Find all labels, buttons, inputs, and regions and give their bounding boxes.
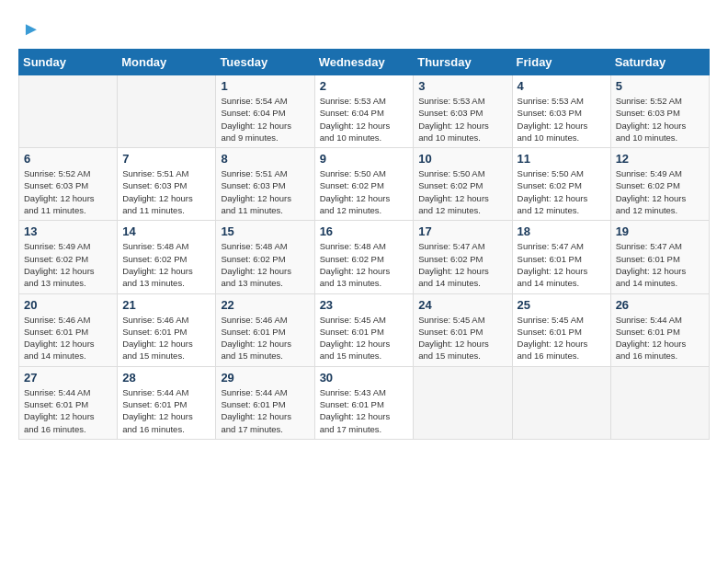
day-info: Sunrise: 5:44 AM Sunset: 6:01 PM Dayligh… bbox=[221, 386, 309, 435]
day-info: Sunrise: 5:48 AM Sunset: 6:02 PM Dayligh… bbox=[320, 240, 409, 289]
day-info: Sunrise: 5:47 AM Sunset: 6:02 PM Dayligh… bbox=[418, 240, 506, 289]
day-info: Sunrise: 5:43 AM Sunset: 6:01 PM Dayligh… bbox=[320, 386, 409, 435]
calendar-cell-week1-day7: 5Sunrise: 5:52 AM Sunset: 6:03 PM Daylig… bbox=[610, 75, 709, 148]
calendar-cell-week5-day5 bbox=[414, 366, 512, 439]
day-number: 15 bbox=[221, 224, 309, 238]
calendar-cell-week2-day7: 12Sunrise: 5:49 AM Sunset: 6:02 PM Dayli… bbox=[610, 148, 709, 221]
calendar-cell-week1-day5: 3Sunrise: 5:53 AM Sunset: 6:03 PM Daylig… bbox=[414, 75, 512, 148]
calendar-cell-week1-day1 bbox=[19, 75, 118, 148]
day-number: 17 bbox=[418, 224, 506, 238]
day-info: Sunrise: 5:54 AM Sunset: 6:04 PM Dayligh… bbox=[221, 95, 309, 144]
day-info: Sunrise: 5:44 AM Sunset: 6:01 PM Dayligh… bbox=[616, 314, 704, 362]
day-number: 26 bbox=[616, 298, 704, 312]
day-info: Sunrise: 5:53 AM Sunset: 6:04 PM Dayligh… bbox=[320, 95, 409, 144]
day-number: 21 bbox=[122, 298, 210, 312]
day-info: Sunrise: 5:48 AM Sunset: 6:02 PM Dayligh… bbox=[221, 240, 309, 289]
day-info: Sunrise: 5:51 AM Sunset: 6:03 PM Dayligh… bbox=[122, 167, 210, 216]
day-number: 28 bbox=[122, 371, 210, 385]
calendar-cell-week5-day7 bbox=[610, 366, 709, 439]
calendar-cell-week5-day4: 30Sunrise: 5:43 AM Sunset: 6:01 PM Dayli… bbox=[314, 366, 414, 439]
calendar-cell-week1-day6: 4Sunrise: 5:53 AM Sunset: 6:03 PM Daylig… bbox=[512, 75, 610, 148]
day-number: 19 bbox=[616, 224, 704, 238]
day-info: Sunrise: 5:46 AM Sunset: 6:01 PM Dayligh… bbox=[24, 314, 112, 362]
day-info: Sunrise: 5:47 AM Sunset: 6:01 PM Dayligh… bbox=[616, 240, 704, 289]
calendar-cell-week3-day4: 16Sunrise: 5:48 AM Sunset: 6:02 PM Dayli… bbox=[314, 221, 414, 293]
day-number: 24 bbox=[418, 298, 506, 312]
calendar-cell-week4-day5: 24Sunrise: 5:45 AM Sunset: 6:01 PM Dayli… bbox=[414, 293, 512, 366]
calendar-cell-week3-day2: 14Sunrise: 5:48 AM Sunset: 6:02 PM Dayli… bbox=[118, 221, 216, 293]
calendar-cell-week3-day5: 17Sunrise: 5:47 AM Sunset: 6:02 PM Dayli… bbox=[414, 221, 512, 293]
weekday-header-sunday: Sunday bbox=[19, 50, 118, 75]
day-info: Sunrise: 5:52 AM Sunset: 6:03 PM Dayligh… bbox=[616, 95, 704, 144]
day-number: 11 bbox=[518, 152, 606, 166]
calendar-cell-week5-day1: 27Sunrise: 5:44 AM Sunset: 6:01 PM Dayli… bbox=[19, 366, 118, 439]
day-info: Sunrise: 5:53 AM Sunset: 6:03 PM Dayligh… bbox=[418, 95, 506, 144]
day-info: Sunrise: 5:50 AM Sunset: 6:02 PM Dayligh… bbox=[320, 167, 409, 216]
day-number: 1 bbox=[221, 79, 309, 93]
day-info: Sunrise: 5:47 AM Sunset: 6:01 PM Dayligh… bbox=[518, 240, 606, 289]
weekday-header-saturday: Saturday bbox=[610, 50, 709, 75]
calendar-cell-week1-day4: 2Sunrise: 5:53 AM Sunset: 6:04 PM Daylig… bbox=[314, 75, 414, 148]
day-info: Sunrise: 5:51 AM Sunset: 6:03 PM Dayligh… bbox=[221, 167, 309, 216]
day-info: Sunrise: 5:49 AM Sunset: 6:02 PM Dayligh… bbox=[24, 240, 112, 289]
calendar-cell-week4-day7: 26Sunrise: 5:44 AM Sunset: 6:01 PM Dayli… bbox=[610, 293, 709, 366]
calendar-cell-week2-day6: 11Sunrise: 5:50 AM Sunset: 6:02 PM Dayli… bbox=[512, 148, 610, 221]
day-number: 27 bbox=[24, 371, 112, 385]
calendar-week-row-5: 27Sunrise: 5:44 AM Sunset: 6:01 PM Dayli… bbox=[19, 366, 710, 439]
day-info: Sunrise: 5:50 AM Sunset: 6:02 PM Dayligh… bbox=[418, 167, 506, 216]
day-number: 6 bbox=[24, 152, 112, 166]
calendar-cell-week4-day2: 21Sunrise: 5:46 AM Sunset: 6:01 PM Dayli… bbox=[118, 293, 216, 366]
calendar-week-row-3: 13Sunrise: 5:49 AM Sunset: 6:02 PM Dayli… bbox=[19, 221, 710, 293]
weekday-header-friday: Friday bbox=[512, 50, 610, 75]
day-number: 12 bbox=[616, 152, 704, 166]
logo: ► bbox=[18, 18, 40, 40]
day-info: Sunrise: 5:50 AM Sunset: 6:02 PM Dayligh… bbox=[518, 167, 606, 216]
calendar-cell-week4-day3: 22Sunrise: 5:46 AM Sunset: 6:01 PM Dayli… bbox=[216, 293, 314, 366]
calendar-cell-week1-day3: 1Sunrise: 5:54 AM Sunset: 6:04 PM Daylig… bbox=[216, 75, 314, 148]
day-info: Sunrise: 5:53 AM Sunset: 6:03 PM Dayligh… bbox=[518, 95, 606, 144]
calendar-week-row-1: 1Sunrise: 5:54 AM Sunset: 6:04 PM Daylig… bbox=[19, 75, 710, 148]
calendar-cell-week5-day6 bbox=[512, 366, 610, 439]
day-info: Sunrise: 5:45 AM Sunset: 6:01 PM Dayligh… bbox=[320, 314, 409, 362]
calendar-cell-week3-day1: 13Sunrise: 5:49 AM Sunset: 6:02 PM Dayli… bbox=[19, 221, 118, 293]
day-info: Sunrise: 5:45 AM Sunset: 6:01 PM Dayligh… bbox=[518, 314, 606, 362]
calendar-cell-week2-day1: 6Sunrise: 5:52 AM Sunset: 6:03 PM Daylig… bbox=[19, 148, 118, 221]
calendar-cell-week3-day3: 15Sunrise: 5:48 AM Sunset: 6:02 PM Dayli… bbox=[216, 221, 314, 293]
day-info: Sunrise: 5:46 AM Sunset: 6:01 PM Dayligh… bbox=[122, 314, 210, 362]
day-info: Sunrise: 5:44 AM Sunset: 6:01 PM Dayligh… bbox=[24, 386, 112, 435]
day-number: 18 bbox=[518, 224, 606, 238]
weekday-header-row: SundayMondayTuesdayWednesdayThursdayFrid… bbox=[19, 50, 710, 75]
day-number: 20 bbox=[24, 298, 112, 312]
day-info: Sunrise: 5:52 AM Sunset: 6:03 PM Dayligh… bbox=[24, 167, 112, 216]
day-number: 5 bbox=[616, 79, 704, 93]
weekday-header-wednesday: Wednesday bbox=[314, 50, 414, 75]
day-info: Sunrise: 5:45 AM Sunset: 6:01 PM Dayligh… bbox=[418, 314, 506, 362]
calendar-cell-week5-day3: 29Sunrise: 5:44 AM Sunset: 6:01 PM Dayli… bbox=[216, 366, 314, 439]
calendar-cell-week4-day6: 25Sunrise: 5:45 AM Sunset: 6:01 PM Dayli… bbox=[512, 293, 610, 366]
weekday-header-monday: Monday bbox=[118, 50, 216, 75]
day-number: 30 bbox=[320, 371, 409, 385]
calendar-cell-week2-day3: 8Sunrise: 5:51 AM Sunset: 6:03 PM Daylig… bbox=[216, 148, 314, 221]
day-info: Sunrise: 5:48 AM Sunset: 6:02 PM Dayligh… bbox=[122, 240, 210, 289]
day-info: Sunrise: 5:49 AM Sunset: 6:02 PM Dayligh… bbox=[616, 167, 704, 216]
calendar-cell-week3-day7: 19Sunrise: 5:47 AM Sunset: 6:01 PM Dayli… bbox=[610, 221, 709, 293]
calendar-cell-week3-day6: 18Sunrise: 5:47 AM Sunset: 6:01 PM Dayli… bbox=[512, 221, 610, 293]
calendar-week-row-4: 20Sunrise: 5:46 AM Sunset: 6:01 PM Dayli… bbox=[19, 293, 710, 366]
calendar-cell-week1-day2 bbox=[118, 75, 216, 148]
day-number: 13 bbox=[24, 224, 112, 238]
day-number: 8 bbox=[221, 152, 309, 166]
day-number: 16 bbox=[320, 224, 409, 238]
day-number: 14 bbox=[122, 224, 210, 238]
day-number: 29 bbox=[221, 371, 309, 385]
day-info: Sunrise: 5:44 AM Sunset: 6:01 PM Dayligh… bbox=[122, 386, 210, 435]
calendar-cell-week2-day4: 9Sunrise: 5:50 AM Sunset: 6:02 PM Daylig… bbox=[314, 148, 414, 221]
calendar-cell-week4-day1: 20Sunrise: 5:46 AM Sunset: 6:01 PM Dayli… bbox=[19, 293, 118, 366]
calendar-cell-week2-day5: 10Sunrise: 5:50 AM Sunset: 6:02 PM Dayli… bbox=[414, 148, 512, 221]
calendar-cell-week4-day4: 23Sunrise: 5:45 AM Sunset: 6:01 PM Dayli… bbox=[314, 293, 414, 366]
day-number: 3 bbox=[418, 79, 506, 93]
day-number: 7 bbox=[122, 152, 210, 166]
weekday-header-thursday: Thursday bbox=[414, 50, 512, 75]
calendar-cell-week2-day2: 7Sunrise: 5:51 AM Sunset: 6:03 PM Daylig… bbox=[118, 148, 216, 221]
day-info: Sunrise: 5:46 AM Sunset: 6:01 PM Dayligh… bbox=[221, 314, 309, 362]
day-number: 25 bbox=[518, 298, 606, 312]
